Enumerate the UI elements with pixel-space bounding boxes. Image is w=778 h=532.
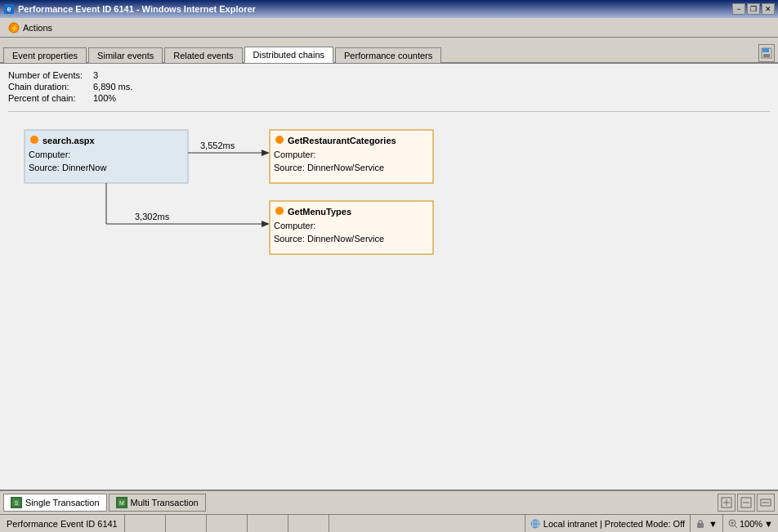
svg-line-24 bbox=[735, 525, 737, 528]
duration-value: 6,890 ms. bbox=[93, 82, 132, 92]
status-right: Local intranet | Protected Mode: Off ▼ 1… bbox=[525, 515, 778, 532]
status-empty-5 bbox=[288, 515, 329, 532]
status-event-id: Performance Event ID 6141 bbox=[0, 515, 125, 532]
source-node-source: Source: DinnerNow bbox=[29, 163, 106, 172]
lock-icon bbox=[695, 519, 705, 529]
status-empty-3 bbox=[207, 515, 248, 532]
arrow1-head bbox=[262, 150, 270, 156]
chain-diagram: search.aspx Computer: Source: DinnerNow … bbox=[8, 122, 770, 285]
target-node2-title: GetMenuTypes bbox=[288, 207, 351, 217]
tab-related-events[interactable]: Related events bbox=[164, 47, 242, 63]
target-node2-computer: Computer: bbox=[274, 221, 315, 230]
target-node1-title: GetRestaurantCategories bbox=[288, 136, 396, 145]
tab-distributed-chains[interactable]: Distributed chains bbox=[244, 47, 333, 63]
events-value: 3 bbox=[93, 70, 98, 80]
percent-value: 100% bbox=[93, 93, 116, 103]
svg-text:S: S bbox=[15, 500, 19, 506]
tab-performance-counters[interactable]: Performance counters bbox=[335, 47, 441, 63]
target-node2-source: Source: DinnerNow/Service bbox=[274, 234, 384, 244]
menu-bar: ⚡ Actions bbox=[0, 18, 778, 38]
tab-similar-events[interactable]: Similar events bbox=[88, 47, 163, 63]
arrow1-label: 3,552ms bbox=[200, 141, 235, 150]
single-transaction-tab[interactable]: S Single Transaction bbox=[3, 494, 107, 512]
restore-button[interactable]: ❐ bbox=[747, 3, 760, 15]
multi-transaction-tab[interactable]: M Multi Transaction bbox=[109, 494, 206, 512]
svg-rect-22 bbox=[697, 523, 704, 528]
info-row-percent: Percent of chain: 100% bbox=[8, 93, 770, 103]
target-node1-icon bbox=[275, 136, 284, 144]
main-content: Number of Events: 3 Chain duration: 6,89… bbox=[0, 64, 778, 490]
multi-transaction-label: Multi Transaction bbox=[131, 498, 199, 507]
svg-text:M: M bbox=[119, 500, 124, 506]
tab-event-properties[interactable]: Event properties bbox=[3, 47, 87, 63]
source-node-title: search.aspx bbox=[42, 136, 95, 145]
svg-rect-5 bbox=[762, 48, 769, 52]
status-bar: Performance Event ID 6141 Local intranet… bbox=[0, 514, 778, 532]
bottom-bar: S Single Transaction M Multi Transaction bbox=[0, 490, 778, 514]
toolbar-btn-2[interactable] bbox=[737, 494, 755, 512]
target-node1-source: Source: DinnerNow/Service bbox=[274, 163, 384, 172]
arrow2-head bbox=[262, 221, 270, 227]
globe-icon bbox=[530, 519, 540, 529]
actions-icon: ⚡ bbox=[8, 22, 20, 34]
source-node-icon bbox=[30, 136, 38, 144]
zoom-icon bbox=[728, 519, 738, 529]
window-controls: − ❐ ✕ bbox=[732, 3, 775, 15]
window-title: Performance Event ID 6141 - Windows Inte… bbox=[18, 4, 729, 14]
status-zoom: 100% ▼ bbox=[722, 515, 778, 532]
actions-menu[interactable]: ⚡ Actions bbox=[3, 20, 57, 35]
source-node-computer: Computer: bbox=[29, 150, 70, 159]
multi-transaction-icon: M bbox=[116, 497, 127, 508]
status-empty-4 bbox=[248, 515, 288, 532]
window-icon: e bbox=[3, 3, 15, 15]
status-empty-2 bbox=[166, 515, 207, 532]
zoom-dropdown-arrow[interactable]: ▼ bbox=[764, 519, 773, 529]
single-transaction-icon: S bbox=[11, 497, 22, 508]
duration-label: Chain duration: bbox=[8, 82, 90, 92]
tab-strip: Event properties Similar events Related … bbox=[0, 38, 778, 64]
status-empty-1 bbox=[125, 515, 166, 532]
minimize-button[interactable]: − bbox=[732, 3, 745, 15]
svg-text:e: e bbox=[7, 5, 11, 13]
info-row-duration: Chain duration: 6,890 ms. bbox=[8, 82, 770, 92]
events-label: Number of Events: bbox=[8, 70, 90, 80]
zoom-value: 100% bbox=[740, 519, 762, 529]
bottom-toolbar bbox=[718, 494, 775, 512]
percent-label: Percent of chain: bbox=[8, 93, 90, 103]
status-intranet: Local intranet | Protected Mode: Off bbox=[525, 515, 690, 532]
target-node2-icon bbox=[275, 207, 284, 215]
title-bar: e Performance Event ID 6141 - Windows In… bbox=[0, 0, 778, 18]
arrow2-label: 3,302ms bbox=[135, 212, 170, 221]
tab-save-icon[interactable] bbox=[758, 44, 775, 62]
target-node1-computer: Computer: bbox=[274, 150, 315, 159]
svg-text:⚡: ⚡ bbox=[10, 24, 20, 34]
svg-rect-6 bbox=[763, 54, 770, 57]
toolbar-btn-1[interactable] bbox=[718, 494, 736, 512]
toolbar-btn-3[interactable] bbox=[757, 494, 775, 512]
actions-label: Actions bbox=[23, 23, 52, 33]
zoom-dropdown[interactable]: ▼ bbox=[709, 519, 718, 529]
single-transaction-label: Single Transaction bbox=[25, 498, 100, 507]
info-section: Number of Events: 3 Chain duration: 6,89… bbox=[8, 70, 770, 112]
intranet-label: Local intranet | Protected Mode: Off bbox=[543, 519, 685, 529]
close-button[interactable]: ✕ bbox=[762, 3, 775, 15]
status-lock-icon: ▼ bbox=[690, 515, 722, 532]
info-row-events: Number of Events: 3 bbox=[8, 70, 770, 80]
